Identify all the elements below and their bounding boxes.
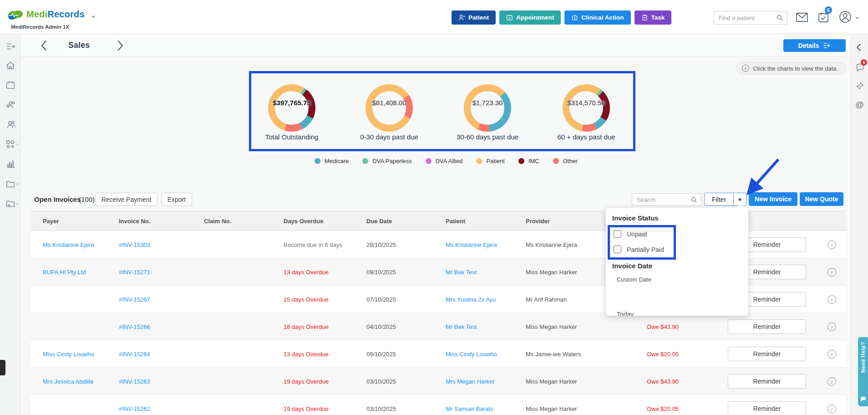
row-info-icon[interactable]: i <box>827 377 836 386</box>
invoice-link[interactable]: #INV-15271 <box>119 268 150 275</box>
search-icon <box>776 14 783 21</box>
reminder-button[interactable]: Reminder <box>728 401 806 415</box>
sidebar-reports-icon[interactable] <box>5 159 17 170</box>
unpaid-checkbox[interactable] <box>614 230 621 238</box>
invoice-link[interactable]: #INV-15262 <box>119 405 150 412</box>
row-info-icon[interactable]: i <box>827 405 836 413</box>
date-shortcut-today[interactable]: Today <box>617 311 634 316</box>
user-account-icon[interactable] <box>839 10 852 23</box>
row-info-icon[interactable]: i <box>827 323 836 331</box>
row-info-icon[interactable]: i <box>827 295 836 304</box>
status-option-unpaid[interactable]: Unpaid <box>614 230 647 238</box>
details-collapse-icon <box>823 42 831 49</box>
prev-page-chevron-icon[interactable] <box>41 40 47 53</box>
row-info-icon[interactable]: i <box>827 241 836 249</box>
help-chat-icon <box>860 396 866 402</box>
col-header-days-overdue: Days Overdue <box>284 218 323 225</box>
col-header-due-date: Due Date <box>366 218 392 225</box>
invoice-search-input[interactable] <box>636 196 690 204</box>
sidebar-folder-add-icon[interactable]: › <box>5 199 17 210</box>
pin-icon[interactable] <box>855 82 865 92</box>
owe-amount-cell: Owe $43.90 <box>647 378 679 384</box>
search-icon <box>690 196 697 203</box>
patient-link[interactable]: Mrs Yustina 2x Ayu <box>446 296 496 302</box>
donut-value: $314,570.50 <box>550 99 623 107</box>
panel-collapse-chevron-icon[interactable] <box>855 43 865 53</box>
invoice-link[interactable]: #INV-15263 <box>119 378 150 384</box>
next-page-chevron-icon[interactable] <box>117 40 124 53</box>
payer-link[interactable]: Mrs Jessica Abdilla <box>43 378 93 384</box>
days-overdue-cell: Become due in 6 days <box>284 241 342 248</box>
invoice-link[interactable]: #INV-15264 <box>119 350 150 357</box>
need-help-tab[interactable]: Need Help? <box>858 337 868 406</box>
patient-link[interactable]: Miss Cindy Louwho <box>446 350 497 357</box>
brand-name[interactable]: MediRecords ⌄ <box>26 9 96 20</box>
details-button[interactable]: Details <box>783 39 846 52</box>
sidebar-expand-icon[interactable] <box>5 41 17 52</box>
legend-label: IMC <box>528 158 539 164</box>
filter-dropdown: Invoice Status Unpaid Partially Paid Inv… <box>606 208 748 316</box>
patient-link[interactable]: Mr Bek Test <box>446 268 477 275</box>
payer-link[interactable]: Miss Cindy Louwho <box>43 350 94 357</box>
mail-icon[interactable] <box>796 13 808 22</box>
partially-paid-checkbox[interactable] <box>614 246 621 253</box>
legend-item: DVA Paperless <box>362 158 411 164</box>
donut-30-60-days[interactable] <box>464 84 511 132</box>
task-icon <box>641 14 648 21</box>
payer-link[interactable]: Ms Kristianne Ejera <box>43 241 94 248</box>
row-info-icon[interactable]: i <box>827 268 836 277</box>
sidebar-accounts-contacts-icon[interactable] <box>5 100 17 111</box>
receive-payment-button[interactable]: Receive Payment <box>95 193 157 206</box>
folder-chevron-icon: › <box>16 181 18 187</box>
find-patient-search[interactable] <box>714 11 787 25</box>
invoice-link[interactable]: #INV-15266 <box>119 323 150 330</box>
donut-value: $1,723.30 <box>451 99 524 107</box>
donut-60-plus-days[interactable] <box>563 84 610 132</box>
sidebar-modules-icon[interactable]: › <box>5 139 17 150</box>
donut-total-outstanding[interactable] <box>268 84 315 132</box>
patient-link[interactable]: Ms Kristianne Ejera <box>446 241 497 248</box>
patient-link[interactable]: Mrs Megan Harker <box>446 378 495 384</box>
appointment-button[interactable]: Appointment <box>499 10 561 25</box>
donut-0-30-days[interactable] <box>365 84 413 132</box>
patient-link[interactable]: Mr Samuel Baratz <box>446 405 493 412</box>
sidebar-home-icon[interactable] <box>5 61 17 72</box>
sidebar-folder-icon[interactable]: › <box>5 179 17 190</box>
sidebar-calendar-icon[interactable] <box>5 80 17 91</box>
reminder-button[interactable]: Reminder <box>728 347 806 361</box>
clinical-action-button[interactable]: Clinical Action <box>564 10 630 25</box>
mentions-icon[interactable]: @ <box>855 100 865 110</box>
payer-link[interactable]: BUPA HI Pty Ltd <box>43 268 86 275</box>
reminder-button[interactable]: Reminder <box>728 374 806 389</box>
row-info-icon[interactable]: i <box>827 350 836 359</box>
medirecords-logo-icon <box>7 8 25 20</box>
app-window: MediRecords ⌄ MediRecords Admin 1X Patie… <box>0 0 868 415</box>
owe-amount-cell: Owe $20.05 <box>647 350 679 357</box>
reminder-button[interactable]: Reminder <box>728 319 806 334</box>
table-row: Mrs Jessica Abdilla #INV-15263 19 days O… <box>31 368 846 395</box>
provider-cell: Mr Arif Rahman <box>526 296 567 302</box>
invoice-link[interactable]: #INV-15267 <box>119 296 150 302</box>
user-menu-chevron-icon[interactable]: ⌄ <box>855 14 859 20</box>
legend-dot <box>553 158 559 164</box>
invoice-search[interactable] <box>632 193 701 206</box>
invoice-date-heading: Invoice Date <box>612 262 652 270</box>
chat-icon[interactable]: 6 <box>855 62 865 72</box>
sidebar-patients-icon[interactable] <box>5 119 17 130</box>
new-quote-button[interactable]: New Quote <box>800 192 843 206</box>
patient-link[interactable]: Mr Bek Test <box>446 323 477 330</box>
days-overdue-cell: 13 days Overdue <box>284 350 329 357</box>
invoice-link[interactable]: #INV-15303 <box>119 241 150 248</box>
filter-chevron-icon[interactable]: ▼ <box>733 193 746 205</box>
export-button[interactable]: Export <box>161 193 192 206</box>
brand-chevron-down-icon[interactable]: ⌄ <box>91 12 96 19</box>
patient-button[interactable]: Patient <box>452 10 496 25</box>
status-option-partially-paid[interactable]: Partially Paid <box>614 246 664 253</box>
col-header-invoice-no: Invoice No. <box>119 218 150 225</box>
task-button[interactable]: Task <box>635 10 672 25</box>
left-edge-tab[interactable] <box>0 360 5 375</box>
days-overdue-cell: 19 days Overdue <box>284 405 329 412</box>
appointments-badge: 6 <box>825 6 832 14</box>
new-invoice-button[interactable]: New Invoice <box>749 192 797 206</box>
find-patient-input[interactable] <box>718 14 776 22</box>
